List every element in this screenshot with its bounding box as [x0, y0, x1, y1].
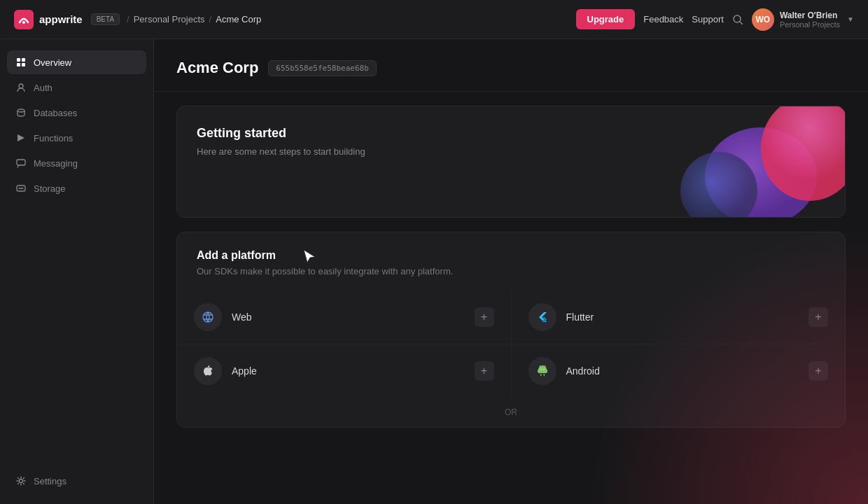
user-menu[interactable]: WO Walter O'Brien Personal Projects ▼	[752, 8, 854, 31]
support-button[interactable]: Support	[692, 14, 724, 24]
svg-point-16	[680, 152, 757, 218]
sidebar-item-storage[interactable]: Storage	[7, 176, 146, 200]
svg-point-14	[705, 127, 817, 218]
user-name: Walter O'Brien	[780, 10, 840, 20]
sidebar-item-messaging[interactable]: Messaging	[7, 151, 146, 175]
web-platform-icon	[194, 303, 222, 331]
breadcrumb-sep2: /	[209, 14, 212, 24]
chevron-down-icon: ▼	[847, 15, 854, 23]
sidebar: Overview Auth Database	[0, 39, 154, 504]
platform-item-android[interactable]: Android +	[512, 344, 846, 398]
platform-container: Add a platform Our SDKs make it possible…	[176, 232, 846, 428]
getting-started-section: Getting started Here are some next steps…	[176, 106, 846, 218]
svg-point-15	[761, 106, 846, 201]
flutter-platform-icon	[528, 303, 556, 331]
sidebar-item-functions-label: Functions	[34, 133, 73, 144]
main-content: Acme Corp 655b558e5fe58beae68b Getting s…	[154, 39, 868, 504]
svg-point-13	[20, 479, 23, 483]
decorative-blob	[649, 106, 846, 218]
sidebar-item-databases[interactable]: Databases	[7, 101, 146, 125]
sidebar-item-auth[interactable]: Auth	[7, 76, 146, 99]
platform-item-apple[interactable]: Apple +	[177, 344, 511, 398]
svg-point-1	[22, 21, 25, 24]
getting-started-subtitle: Here are some next steps to start buildi…	[197, 146, 525, 157]
svg-rect-4	[17, 58, 20, 62]
messaging-icon	[15, 158, 27, 169]
platform-subtitle: Our SDKs make it possible to easily inte…	[197, 266, 453, 276]
project-title: Acme Corp	[176, 59, 258, 77]
apple-platform-label: Apple	[232, 365, 465, 377]
platform-section: Add a platform Our SDKs make it possible…	[154, 232, 868, 442]
feedback-button[interactable]: Feedback	[643, 14, 683, 24]
or-divider: OR	[177, 398, 845, 427]
project-id-badge[interactable]: 655b558e5fe58beae68b	[268, 60, 376, 76]
svg-rect-19	[540, 374, 542, 376]
svg-point-9	[18, 109, 24, 112]
svg-marker-10	[18, 134, 24, 141]
platform-item-web[interactable]: Web +	[177, 290, 511, 344]
breadcrumb-personal-projects[interactable]: Personal Projects	[134, 14, 205, 24]
svg-rect-20	[543, 374, 545, 376]
sidebar-item-settings[interactable]: Settings	[7, 469, 146, 493]
android-platform-label: Android	[566, 365, 799, 377]
web-add-button[interactable]: +	[475, 307, 494, 327]
svg-rect-5	[22, 58, 25, 62]
auth-icon	[15, 82, 27, 93]
main-layout: Overview Auth Database	[0, 39, 868, 504]
breadcrumb-current: Acme Corp	[216, 14, 261, 24]
platform-item-flutter[interactable]: Flutter +	[512, 290, 846, 344]
svg-rect-18	[546, 370, 547, 372]
android-platform-icon	[528, 357, 556, 385]
apple-add-button[interactable]: +	[475, 361, 494, 381]
sidebar-bottom: Settings	[0, 462, 153, 493]
svg-rect-11	[17, 160, 25, 165]
svg-rect-7	[22, 63, 25, 66]
svg-line-3	[740, 22, 743, 24]
appwrite-logo-icon	[14, 10, 34, 29]
breadcrumb-sep1: /	[127, 14, 130, 24]
svg-point-8	[19, 84, 23, 88]
functions-icon	[15, 132, 27, 144]
breadcrumb: / Personal Projects / Acme Corp	[127, 14, 261, 24]
navbar-right: Upgrade Feedback Support WO Walter O'Bri…	[576, 8, 855, 31]
platform-title: Add a platform	[197, 249, 453, 262]
sidebar-item-settings-label: Settings	[34, 476, 66, 486]
avatar: WO	[752, 8, 774, 31]
svg-point-22	[543, 369, 545, 370]
svg-rect-6	[17, 63, 20, 66]
platform-header: Add a platform Our SDKs make it possible…	[177, 232, 845, 276]
svg-point-21	[540, 369, 542, 370]
navbar: appwrite BETA / Personal Projects / Acme…	[0, 0, 868, 39]
android-add-button[interactable]: +	[808, 361, 828, 381]
project-header: Acme Corp 655b558e5fe58beae68b	[154, 39, 868, 92]
databases-icon	[15, 107, 27, 118]
app-name: appwrite	[39, 13, 83, 25]
web-platform-label: Web	[232, 312, 465, 323]
sidebar-item-overview-label: Overview	[34, 57, 71, 68]
logo: appwrite BETA	[14, 10, 120, 29]
sidebar-item-messaging-label: Messaging	[34, 158, 78, 169]
svg-rect-17	[538, 370, 539, 372]
sidebar-item-overview[interactable]: Overview	[7, 50, 146, 74]
beta-badge: BETA	[91, 13, 120, 25]
upgrade-button[interactable]: Upgrade	[576, 9, 636, 29]
sidebar-item-auth-label: Auth	[34, 83, 52, 93]
sidebar-item-functions[interactable]: Functions	[7, 126, 146, 150]
flutter-platform-label: Flutter	[566, 312, 799, 323]
apple-platform-icon	[194, 357, 222, 385]
platform-grid: Web + Flutter +	[177, 290, 845, 398]
settings-icon	[15, 475, 27, 486]
sidebar-item-storage-label: Storage	[34, 183, 66, 194]
flutter-add-button[interactable]: +	[808, 307, 828, 327]
search-icon	[732, 14, 743, 25]
search-button[interactable]	[732, 14, 743, 25]
user-org: Personal Projects	[780, 20, 840, 29]
sidebar-item-databases-label: Databases	[34, 108, 77, 118]
getting-started-title: Getting started	[197, 126, 525, 141]
overview-icon	[15, 57, 27, 68]
sidebar-nav: Overview Auth Database	[0, 50, 153, 462]
storage-icon	[15, 183, 27, 194]
